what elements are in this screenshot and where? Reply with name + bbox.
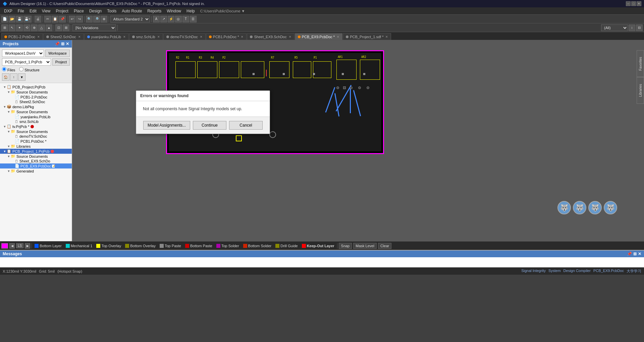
menu-window[interactable]: Window [164, 8, 184, 14]
tab-smz[interactable]: smz.SchLib ✕ [129, 33, 163, 40]
standard-select[interactable]: Altium Standard 2 [110, 16, 150, 22]
design-compiler-link[interactable]: Design Compiler [564, 269, 591, 274]
tb2-btn3[interactable]: ✦ [16, 24, 23, 31]
tab-close-smz[interactable]: ✕ [157, 35, 160, 39]
menu-project[interactable]: Project [53, 8, 71, 14]
tree-demotv[interactable]: 🗒 demoTV.SchDoc [0, 134, 72, 139]
tb2-btn5[interactable]: ⊕ [31, 24, 38, 31]
minimize-button[interactable]: ─ [626, 1, 631, 6]
tree-toggle-pcb-proj-1[interactable]: ▼ [3, 150, 7, 153]
tree-sheet2[interactable]: 🗒 Sheet2.SchDoc [0, 99, 72, 104]
system-link[interactable]: System [548, 269, 561, 274]
bottom-overlay-item[interactable]: Bottom Overlay [124, 244, 157, 248]
tree-pcb-ex9[interactable]: 📄 PCB_EX9.PcbDoc 📝 [0, 163, 72, 168]
menu-tools[interactable]: Tools [104, 8, 119, 14]
project-select[interactable]: PCB_Project_1.PrjPcb [2, 58, 51, 66]
workspace-button[interactable]: Workspace [45, 50, 70, 57]
tree-generated[interactable]: ▼ 📁 Generated [0, 168, 72, 174]
tb2-btn7[interactable]: ▲ [46, 24, 52, 31]
tab-close-pcb-ex9[interactable]: ✕ [337, 35, 339, 39]
tab-pcb1[interactable]: PCB1.PcbDoc * ✕ [206, 33, 247, 40]
tb-btn-b[interactable]: ↗ [160, 16, 167, 22]
tb-btn-d[interactable]: ◎ [175, 16, 182, 22]
menu-autoroute[interactable]: Auto Route [119, 8, 145, 14]
open-button[interactable]: 📂 [9, 16, 15, 22]
tree-toggle-source-2[interactable]: ▼ [7, 110, 11, 114]
close-button[interactable]: ✕ [637, 1, 641, 6]
tree-yuanjianku[interactable]: 📄 yuanjianku.PcbLib [0, 114, 72, 119]
menu-view[interactable]: View [39, 8, 53, 14]
tree-source-docs-4[interactable]: ▼ 📁 Source Documents [0, 154, 72, 159]
tree-pcb-project-1[interactable]: ▼ 📋 PCB_Project_1.PrjPcb [0, 149, 72, 154]
undo-button[interactable]: ↩ [69, 16, 75, 22]
tree-smz[interactable]: 🗒 smz.SchLib [0, 119, 72, 124]
tree-libraries[interactable]: ▼ 📁 Libraries [0, 144, 72, 149]
menu-dxp[interactable]: DXP [1, 8, 15, 14]
sidebar-float-icon[interactable]: ⊞ [61, 42, 64, 46]
tree-tv-prjpcb[interactable]: ▼ 📋 tv.PrjPcb * [0, 124, 72, 129]
tree-pcb1[interactable]: 📄 PCB1.PcbDoc * [0, 139, 72, 144]
tree-toggle-source-1[interactable]: ▼ [7, 90, 11, 94]
structure-radio[interactable] [19, 67, 23, 71]
tab-close-yuanjianku[interactable]: ✕ [123, 35, 126, 39]
tree-pcb-project[interactable]: ▼ 📋 PCB_Project.PrjPcb [0, 84, 72, 89]
tab-close-sheet2[interactable]: ✕ [78, 35, 81, 39]
tree-toggle-libraries[interactable]: ▼ [7, 145, 11, 148]
tab-pcb1-2[interactable]: PCB1-2.PcbDoc ✕ [1, 33, 43, 40]
tab-close-pcb1-2[interactable]: ✕ [37, 35, 40, 39]
home-icon-btn[interactable]: 🏠 [2, 73, 9, 81]
files-radio[interactable] [2, 67, 6, 71]
tab-sheet-ex9[interactable]: Sheet_EX9.SchDoc ✕ [247, 33, 294, 40]
chinese-link[interactable]: 大学学习 [627, 269, 641, 274]
drill-guide-item[interactable]: Drill Guide [274, 244, 299, 248]
canvas-area[interactable]: R2 R1 R3 R4 P2 R7 R5 P1 AR1 AR2 [72, 40, 644, 241]
zoom-in-button[interactable]: 🔍 [86, 16, 93, 22]
save-button[interactable]: 💾 [16, 16, 23, 22]
tb-btn-c[interactable]: ⚡ [168, 16, 174, 22]
mechanical1-item[interactable]: Mechanical 1 [64, 244, 94, 248]
tb2-btn11[interactable]: ⊟ [636, 24, 643, 31]
top-paste-item[interactable]: Top Paste [158, 244, 182, 248]
layer-next-button[interactable]: ▶ [25, 243, 30, 249]
favorites-tab[interactable]: Favorites [637, 50, 644, 77]
mask-level-button[interactable]: Mask Level [353, 243, 377, 249]
snap-button[interactable]: Snap [339, 243, 352, 249]
cancel-button[interactable]: Cancel [229, 121, 263, 130]
paste-button[interactable]: 📌 [59, 16, 66, 22]
structure-radio-label[interactable]: Structure [19, 67, 40, 72]
tree-demo-libpkg[interactable]: ▼ 📦 demo.LibPkg [0, 104, 72, 109]
tree-toggle-source-4[interactable]: ▼ [7, 155, 11, 158]
menu-reports[interactable]: Reports [145, 8, 164, 14]
menu-edit[interactable]: Edit [27, 8, 39, 14]
messages-close[interactable]: ✕ [638, 252, 641, 256]
menubar-path[interactable]: C:\Users\Public\Docume ▼ [200, 9, 245, 13]
more-icon-btn[interactable]: ▼ [18, 73, 25, 81]
clear-button[interactable]: Clear [378, 243, 391, 249]
tab-close-demotv[interactable]: ✕ [200, 35, 203, 39]
bottom-layer-item[interactable]: Bottom Layer [33, 244, 63, 248]
messages-controls[interactable]: 📌 ⊞ ✕ [627, 252, 641, 256]
save-all-button[interactable]: 💾+ [23, 16, 32, 22]
keepout-item[interactable]: Keep-Out Layer [301, 244, 336, 248]
model-assignments-button[interactable]: Model Assignments... [143, 121, 190, 130]
tab-sheet2[interactable]: Sheet2.SchDoc ✕ [43, 33, 84, 40]
all-select[interactable]: (All) [601, 24, 628, 31]
tab-close-pcb1[interactable]: ✕ [241, 35, 244, 39]
continue-button[interactable]: Continue [193, 121, 226, 130]
tree-source-docs-3[interactable]: ▼ 📁 Source Documents [0, 129, 72, 134]
tab-close-project-sdf[interactable]: ✕ [385, 35, 388, 39]
copy-button[interactable]: 📋 [52, 16, 58, 22]
menu-file[interactable]: File [15, 8, 27, 14]
signal-integrity-link[interactable]: Signal Integrity [521, 269, 546, 274]
menu-design[interactable]: Design [87, 8, 104, 14]
tb-btn-a[interactable]: A [153, 16, 160, 22]
top-solder-item[interactable]: Top Solder [215, 244, 240, 248]
redo-button[interactable]: ↪ [76, 16, 83, 22]
tree-toggle-generated[interactable]: ▼ [7, 169, 11, 173]
menu-help[interactable]: Help [184, 8, 198, 14]
tb-btn-e[interactable]: T [182, 16, 189, 22]
tree-pcb1-2[interactable]: 📄 PCB1-2.PcbDoc [0, 94, 72, 99]
layer-prev-button[interactable]: ◀ [9, 243, 15, 249]
tab-pcb-ex9[interactable]: PCB_EX9.PcbDoc * ✕ [295, 33, 342, 40]
pcb-doc-link[interactable]: PCB_EX9.PcbDoc [593, 269, 624, 274]
